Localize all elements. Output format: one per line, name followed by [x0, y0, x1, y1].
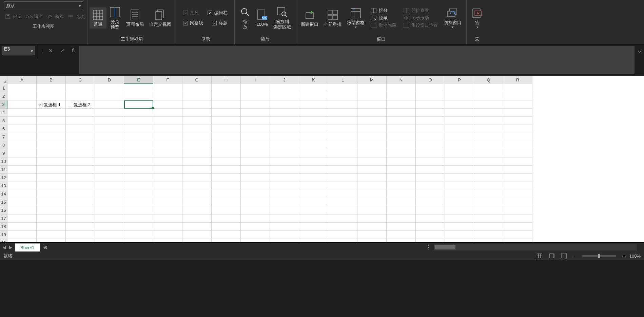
switch-window-button[interactable]: 切换窗口 ▾: [441, 6, 464, 30]
cell-C18[interactable]: [66, 223, 95, 231]
cell-C10[interactable]: [66, 157, 95, 166]
cell-G8[interactable]: [182, 141, 212, 149]
add-sheet-button[interactable]: ⊕: [40, 244, 51, 250]
cell-A15[interactable]: [7, 198, 37, 206]
cell-M13[interactable]: [357, 182, 387, 190]
cell-E9[interactable]: [124, 149, 153, 157]
cell-D12[interactable]: [95, 174, 124, 182]
cell-E12[interactable]: [124, 174, 153, 182]
cell-J6[interactable]: [270, 125, 299, 133]
cell-P3[interactable]: [445, 100, 474, 109]
cell-L10[interactable]: [328, 157, 357, 166]
cell-M10[interactable]: [357, 157, 387, 166]
cell-Q14[interactable]: [474, 190, 503, 198]
cell-A12[interactable]: [7, 174, 37, 182]
cell-I12[interactable]: [241, 174, 270, 182]
cell-B16[interactable]: [37, 206, 66, 215]
cell-E17[interactable]: [124, 215, 153, 223]
cell-R17[interactable]: [503, 215, 532, 223]
cell-K18[interactable]: [299, 223, 328, 231]
cell-K19[interactable]: [299, 231, 328, 239]
cell-H2[interactable]: [212, 92, 241, 100]
cell-P5[interactable]: [445, 117, 474, 125]
cell-M8[interactable]: [357, 141, 387, 149]
cell-O1[interactable]: [416, 84, 445, 92]
cell-J2[interactable]: [270, 92, 299, 100]
cell-Q7[interactable]: [474, 133, 503, 141]
cell-O5[interactable]: [416, 117, 445, 125]
cell-K5[interactable]: [299, 117, 328, 125]
cell-C20[interactable]: [66, 239, 95, 242]
cell-J20[interactable]: [270, 239, 299, 242]
cell-D20[interactable]: [95, 239, 124, 242]
cell-R18[interactable]: [503, 223, 532, 231]
cell-Q4[interactable]: [474, 109, 503, 117]
name-box-dropdown[interactable]: ▾: [29, 46, 35, 55]
cell-H20[interactable]: [212, 239, 241, 242]
column-header-I[interactable]: I: [241, 76, 270, 84]
cell-R15[interactable]: [503, 198, 532, 206]
cell-R4[interactable]: [503, 109, 532, 117]
cell-I19[interactable]: [241, 231, 270, 239]
cell-Q3[interactable]: [474, 100, 503, 109]
cell-Q6[interactable]: [474, 125, 503, 133]
cell-J16[interactable]: [270, 206, 299, 215]
cell-P8[interactable]: [445, 141, 474, 149]
cell-N14[interactable]: [387, 190, 416, 198]
cell-D11[interactable]: [95, 166, 124, 174]
cell-R7[interactable]: [503, 133, 532, 141]
cell-D1[interactable]: [95, 84, 124, 92]
cell-R19[interactable]: [503, 231, 532, 239]
cell-I4[interactable]: [241, 109, 270, 117]
cell-N4[interactable]: [387, 109, 416, 117]
cell-G7[interactable]: [182, 133, 212, 141]
cell-J13[interactable]: [270, 182, 299, 190]
cell-Q20[interactable]: [474, 239, 503, 242]
cell-G2[interactable]: [182, 92, 212, 100]
row-header-15[interactable]: 15: [0, 198, 7, 206]
cell-L14[interactable]: [328, 190, 357, 198]
hide-button[interactable]: 隐藏: [369, 14, 398, 22]
cell-C13[interactable]: [66, 182, 95, 190]
cell-K12[interactable]: [299, 174, 328, 182]
row-header-19[interactable]: 19: [0, 231, 7, 239]
cell-G18[interactable]: [182, 223, 212, 231]
cell-J7[interactable]: [270, 133, 299, 141]
cell-L12[interactable]: [328, 174, 357, 182]
cell-M17[interactable]: [357, 215, 387, 223]
cell-E3[interactable]: [124, 100, 153, 109]
cell-E18[interactable]: [124, 223, 153, 231]
row-header-1[interactable]: 1: [0, 84, 7, 92]
cell-A20[interactable]: [7, 239, 37, 242]
cell-O19[interactable]: [416, 231, 445, 239]
cell-N19[interactable]: [387, 231, 416, 239]
cell-A10[interactable]: [7, 157, 37, 166]
cell-O15[interactable]: [416, 198, 445, 206]
cell-E1[interactable]: [124, 84, 153, 92]
cell-F12[interactable]: [153, 174, 182, 182]
cell-A3[interactable]: [7, 100, 37, 109]
row-header-13[interactable]: 13: [0, 182, 7, 190]
cell-P17[interactable]: [445, 215, 474, 223]
cell-P11[interactable]: [445, 166, 474, 174]
freeze-panes-button[interactable]: * 冻结窗格 ▾: [344, 6, 367, 30]
cell-N11[interactable]: [387, 166, 416, 174]
cell-I5[interactable]: [241, 117, 270, 125]
cell-M2[interactable]: [357, 92, 387, 100]
cell-E15[interactable]: [124, 198, 153, 206]
cell-B8[interactable]: [37, 141, 66, 149]
cell-J3[interactable]: [270, 100, 299, 109]
cell-P14[interactable]: [445, 190, 474, 198]
cell-D18[interactable]: [95, 223, 124, 231]
checkbox-1-box[interactable]: [38, 103, 42, 107]
zoom-percent[interactable]: 100%: [629, 254, 641, 259]
cell-J17[interactable]: [270, 215, 299, 223]
cell-G19[interactable]: [182, 231, 212, 239]
cell-K9[interactable]: [299, 149, 328, 157]
arrange-all-button[interactable]: 全部重排: [321, 7, 344, 29]
cell-B12[interactable]: [37, 174, 66, 182]
cell-F6[interactable]: [153, 125, 182, 133]
cell-A4[interactable]: [7, 109, 37, 117]
cell-Q10[interactable]: [474, 157, 503, 166]
cell-F19[interactable]: [153, 231, 182, 239]
